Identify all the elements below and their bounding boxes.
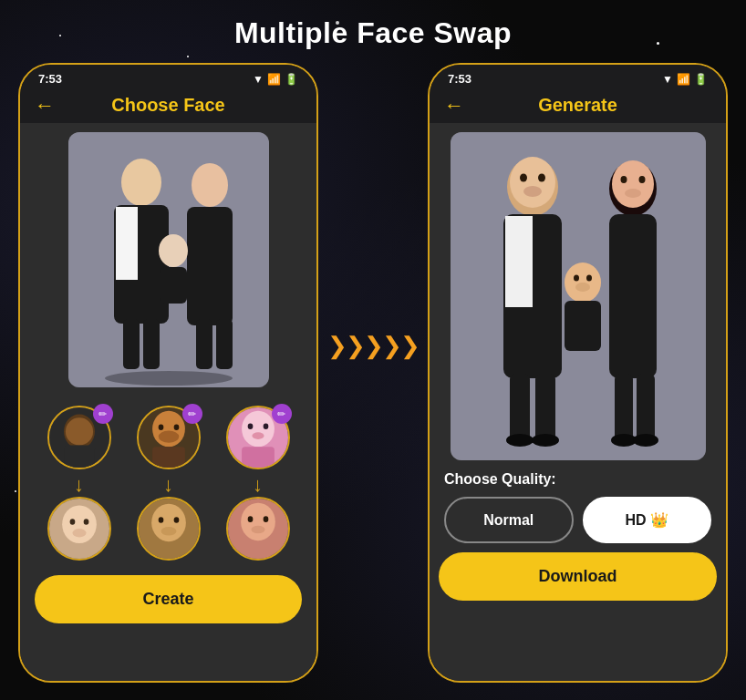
svg-rect-16 xyxy=(64,445,95,468)
svg-point-34 xyxy=(242,411,275,448)
left-main-photo xyxy=(68,132,269,387)
right-back-button[interactable]: ← xyxy=(444,94,464,118)
face-source-2[interactable]: ✏ xyxy=(137,406,201,469)
svg-point-40 xyxy=(241,503,275,540)
svg-point-70 xyxy=(633,434,658,447)
svg-point-19 xyxy=(69,519,75,525)
svg-point-30 xyxy=(158,517,163,523)
svg-point-31 xyxy=(173,517,179,523)
svg-point-46 xyxy=(510,157,555,208)
svg-point-21 xyxy=(72,529,86,537)
arrow-1: ↓ xyxy=(74,475,84,495)
right-status-icons: ▼ 📶 🔋 xyxy=(662,73,708,86)
right-battery-icon: 🔋 xyxy=(694,73,708,86)
left-status-icons: ▼ 📶 🔋 xyxy=(253,73,298,86)
svg-point-48 xyxy=(538,174,545,182)
face-rows: ✏ ↓ xyxy=(20,406,316,561)
face-target-2 xyxy=(137,497,201,561)
left-back-button[interactable]: ← xyxy=(35,94,55,118)
quality-label: Choose Quality: xyxy=(444,471,711,488)
svg-point-8 xyxy=(105,371,233,386)
face-source-1[interactable]: ✏ xyxy=(47,406,111,469)
svg-rect-3 xyxy=(116,207,138,280)
right-phone-content: Choose Quality: Normal HD 👑 Download xyxy=(430,123,726,681)
svg-rect-66 xyxy=(637,374,655,442)
svg-point-18 xyxy=(62,506,97,543)
svg-point-37 xyxy=(252,432,264,439)
svg-point-69 xyxy=(611,434,637,447)
svg-rect-5 xyxy=(187,207,233,325)
svg-rect-51 xyxy=(505,216,533,307)
right-status-bar: 7:53 ▼ 📶 🔋 xyxy=(430,65,726,89)
phones-container: 7:53 ▼ 📶 🔋 ← Choose Face xyxy=(0,63,746,683)
battery-icon: 🔋 xyxy=(285,73,298,86)
svg-point-20 xyxy=(83,519,88,525)
svg-rect-9 xyxy=(123,319,140,369)
svg-point-26 xyxy=(158,430,179,442)
quality-hd-button[interactable]: HD 👑 xyxy=(583,497,712,543)
quality-buttons: Normal HD 👑 xyxy=(444,497,711,543)
svg-point-15 xyxy=(65,417,92,445)
wifi-icon: 📶 xyxy=(267,73,281,86)
svg-point-4 xyxy=(192,163,228,207)
family-photo-left xyxy=(68,132,269,387)
face-edit-1[interactable]: ✏ xyxy=(93,404,113,424)
svg-rect-65 xyxy=(615,374,633,442)
svg-point-24 xyxy=(158,424,163,430)
face-col-3: ✏ ↓ xyxy=(226,406,290,561)
man-svg xyxy=(139,499,199,559)
face-target-1 xyxy=(47,497,111,561)
svg-point-61 xyxy=(575,283,590,292)
svg-rect-64 xyxy=(535,374,555,442)
left-header: ← Choose Face xyxy=(20,89,316,123)
right-wifi-icon: 📶 xyxy=(677,73,690,86)
left-status-bar: 7:53 ▼ 📶 🔋 xyxy=(20,65,316,89)
svg-point-41 xyxy=(247,516,253,522)
left-phone-content: ✏ ↓ xyxy=(20,123,316,681)
svg-rect-38 xyxy=(242,447,275,468)
svg-point-47 xyxy=(520,174,527,182)
svg-point-56 xyxy=(625,189,641,198)
svg-point-49 xyxy=(523,186,542,197)
svg-rect-63 xyxy=(510,374,530,442)
svg-rect-7 xyxy=(160,267,187,304)
svg-point-32 xyxy=(161,527,176,535)
svg-rect-62 xyxy=(565,301,601,351)
svg-point-59 xyxy=(574,275,579,282)
face-col-1: ✏ ↓ xyxy=(47,406,111,561)
right-status-time: 7:53 xyxy=(448,72,471,86)
create-button[interactable]: Create xyxy=(35,575,302,623)
svg-point-6 xyxy=(159,234,188,267)
baby-svg xyxy=(49,499,109,559)
svg-point-29 xyxy=(151,504,186,541)
family-photo-right xyxy=(451,132,706,460)
svg-rect-57 xyxy=(609,214,657,378)
face-top-row: ✏ ↓ xyxy=(38,406,298,561)
svg-point-43 xyxy=(251,526,264,533)
svg-point-1 xyxy=(121,159,161,206)
svg-rect-12 xyxy=(216,319,233,369)
left-status-time: 7:53 xyxy=(38,72,62,86)
svg-point-54 xyxy=(620,176,627,183)
woman-svg xyxy=(228,499,288,559)
download-button[interactable]: Download xyxy=(439,552,717,601)
arrow-between-phones: ❯❯❯❯❯ xyxy=(318,332,428,360)
face-col-2: ✏ ↓ xyxy=(137,406,201,561)
svg-rect-11 xyxy=(196,319,212,369)
face-source-3[interactable]: ✏ xyxy=(226,406,290,469)
svg-point-68 xyxy=(532,434,559,447)
svg-point-53 xyxy=(612,160,654,208)
face-edit-3[interactable]: ✏ xyxy=(272,404,292,424)
svg-point-67 xyxy=(506,434,534,447)
quality-normal-button[interactable]: Normal xyxy=(444,497,574,543)
arrow-3: ↓ xyxy=(253,475,263,495)
svg-rect-27 xyxy=(152,447,185,468)
arrow-2: ↓ xyxy=(163,475,173,495)
right-header: ← Generate xyxy=(430,89,726,123)
signal-icon: ▼ xyxy=(253,73,264,86)
svg-point-42 xyxy=(263,516,268,522)
svg-point-36 xyxy=(263,423,268,429)
face-edit-2[interactable]: ✏ xyxy=(182,404,202,424)
right-signal-icon: ▼ xyxy=(662,73,673,86)
face-target-3 xyxy=(226,497,290,561)
